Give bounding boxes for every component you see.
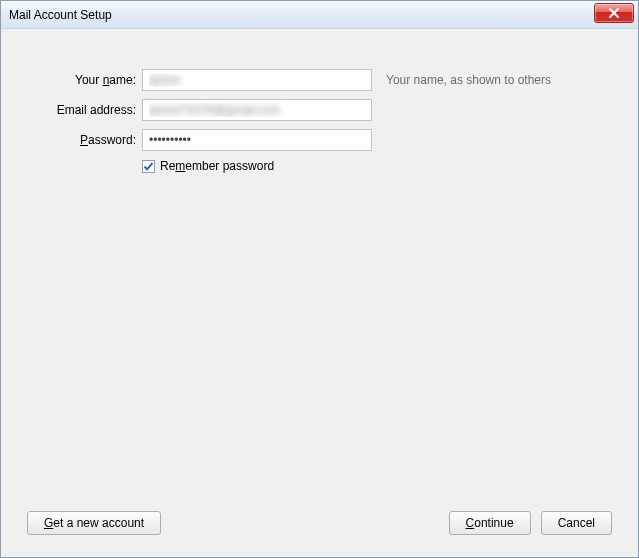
close-button[interactable] (594, 3, 634, 23)
button-bar: Get a new account Continue Cancel (27, 511, 612, 535)
label-email: Email address: (27, 103, 142, 117)
row-remember: Remember password (27, 159, 612, 173)
label-password: Password: (27, 133, 142, 147)
window-title: Mail Account Setup (9, 8, 112, 22)
dialog-content: Your name: Your name, as shown to others… (1, 29, 638, 557)
row-your-name: Your name: Your name, as shown to others (27, 69, 612, 91)
password-input[interactable] (142, 129, 372, 151)
cancel-button[interactable]: Cancel (541, 511, 612, 535)
row-password: Password: (27, 129, 612, 151)
check-icon (143, 161, 154, 172)
get-new-account-button[interactable]: Get a new account (27, 511, 161, 535)
remember-password-label[interactable]: Remember password (160, 159, 274, 173)
titlebar: Mail Account Setup (1, 1, 638, 29)
label-your-name: Your name: (27, 73, 142, 87)
row-email: Email address: (27, 99, 612, 121)
continue-button[interactable]: Continue (449, 511, 531, 535)
your-name-input[interactable] (142, 69, 372, 91)
email-input[interactable] (142, 99, 372, 121)
close-icon (608, 7, 620, 19)
your-name-hint: Your name, as shown to others (372, 73, 551, 87)
remember-password-checkbox[interactable] (142, 160, 155, 173)
